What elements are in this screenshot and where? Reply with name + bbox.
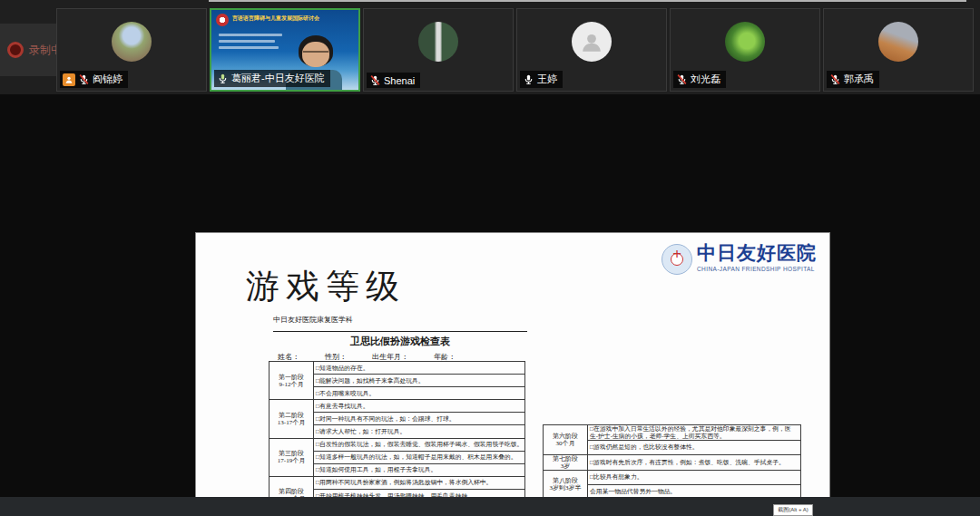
window-top-edge xyxy=(209,0,966,2)
mic-muted-icon xyxy=(78,73,90,85)
stage-label: 第六阶段 30个月 xyxy=(544,425,588,455)
checklist-item: □自发性的假装玩法，如，假装去睡觉、假装用杯子喝水、假装用筷子吃饭。 xyxy=(314,438,525,451)
name-tag: 刘光磊 xyxy=(673,71,726,88)
video-tile-liuguanglei[interactable]: 刘光磊 xyxy=(670,8,820,92)
avatar xyxy=(878,22,918,62)
checklist-item: □能解决问题，如找椅子来拿高处玩具。 xyxy=(314,375,525,387)
mic-muted-icon xyxy=(829,73,841,85)
hospital-emblem-icon xyxy=(662,244,692,275)
slide-text-line xyxy=(219,46,279,49)
checklist-row: 第七阶段 3岁□游戏时有先后次序，有连贯性，例如：煮饭、吃饭、洗碗、手拭桌子。 xyxy=(544,454,801,470)
role-badge-icon xyxy=(63,73,75,86)
mic-on-icon xyxy=(217,73,229,84)
checklist-row: 第二阶段 13-17个月□有意去寻找玩具。 xyxy=(270,400,525,413)
checklist-item: □知道物品的存在。 xyxy=(314,362,525,375)
video-tile-yanjinting[interactable]: 阎锦婷 xyxy=(56,8,207,92)
checklist-item: □在游戏中加入日常生活以外的经验，尤其是对他印象最深刻之事，例，医生-护士-生病… xyxy=(588,425,801,441)
checklist-table-left: 第一阶段 9-12个月□知道物品的存在。□能解决问题，如找椅子来拿高处玩具。□不… xyxy=(269,361,525,516)
checklist-row: 第三阶段 17-19个月□自发性的假装玩法，如，假装去睡觉、假装用杯子喝水、假装… xyxy=(270,438,525,451)
name-tag: 郭承禹 xyxy=(827,71,879,88)
video-tile-gelijun[interactable]: 言语语言障碍与儿童发展国际研讨会 葛丽君-中日友好医院 xyxy=(210,8,360,92)
recording-indicator: 录制中 xyxy=(0,24,56,76)
checklist-row: 第八阶段 3岁到3岁半□比较具有想象力。 xyxy=(544,470,801,484)
slide-text-line xyxy=(219,34,282,36)
checklist-item: □不会用嘴来咬玩具。 xyxy=(314,387,525,400)
record-dot-icon xyxy=(7,42,24,58)
participant-name: 刘光磊 xyxy=(691,73,720,86)
video-tile-shenai[interactable]: Shenai xyxy=(363,8,514,92)
slide-text-line xyxy=(219,40,275,43)
field-birth-label: 出生年月： xyxy=(372,353,408,361)
video-tile-guochengyu[interactable]: 郭承禹 xyxy=(823,8,974,92)
checklist-item: □对同一种玩具有不同的玩法，如：会踢球、打球。 xyxy=(314,413,525,425)
screenshot-tooltip-small: 截图(Alt + A) xyxy=(773,504,813,516)
stage-label: 第八阶段 3岁到3岁半 xyxy=(544,470,588,499)
participant-name: 阎锦婷 xyxy=(93,73,122,86)
stage-label: 第三阶段 17-19个月 xyxy=(270,438,314,476)
field-gender-label: 性别： xyxy=(325,353,347,361)
checklist-item: □有意去寻找玩具。 xyxy=(314,400,525,413)
hospital-name-cn: 中日友好医院 xyxy=(697,244,817,263)
checklist-item: □用两种不同玩具扮家家酒，例如将汤匙放锅中，将水倒入杯中。 xyxy=(314,476,525,489)
participant-tiles: 阎锦婷 言语语言障碍与儿童发展国际研讨会 葛丽君-中日友好医院 xyxy=(56,8,974,92)
shared-document-page: 游戏等级 中日友好医院 CHINA-JAPAN FRIENDSHIP HOSPI… xyxy=(195,232,830,516)
mic-on-icon xyxy=(523,73,534,85)
avatar-default xyxy=(572,22,612,62)
conference-logo-icon xyxy=(216,14,229,26)
video-strip: 录制中 阎锦婷 言语语言障碍与儿童发展国际研讨会 xyxy=(0,0,980,94)
checklist-item: □游戏仍然是短的，也比较没有整体性。 xyxy=(588,440,801,454)
mic-muted-icon xyxy=(676,73,688,85)
checklist-item: □比较具有想象力。 xyxy=(588,470,801,484)
avatar xyxy=(418,22,458,62)
checklist-item: □知道多样一般玩具的玩法，如，知道帽子是用来戴的、积木是用来叠的。 xyxy=(314,451,525,463)
person-icon xyxy=(580,30,603,54)
shared-screen-area: 游戏等级 中日友好医院 CHINA-JAPAN FRIENDSHIP HOSPI… xyxy=(0,94,980,516)
field-name-label: 姓名： xyxy=(278,353,299,361)
participant-name: Shenai xyxy=(384,75,415,86)
participant-name: 郭承禹 xyxy=(844,73,874,86)
video-tile-wangting[interactable]: 王婷 xyxy=(516,8,667,92)
form-title: 卫思比假扮游戏检查表 xyxy=(273,335,527,348)
name-tag: 葛丽君-中日友好医院 xyxy=(214,70,330,87)
checklist-row: 第六阶段 30个月□在游戏中加入日常生活以外的经验，尤其是对他印象最深刻之事，例… xyxy=(544,425,801,441)
stage-label: 第一阶段 9-12个月 xyxy=(270,362,314,400)
checklist-item: □知道如何使用工具，如，用棍子去拿玩具。 xyxy=(314,463,525,476)
page-title: 游戏等级 xyxy=(246,264,406,309)
name-tag: Shenai xyxy=(367,73,420,88)
stage-label: 第二阶段 13-17个月 xyxy=(270,400,314,438)
name-tag: 王婷 xyxy=(520,71,563,88)
avatar xyxy=(112,22,152,62)
name-tag: 阎锦婷 xyxy=(60,71,128,88)
hospital-logo: 中日友好医院 CHINA-JAPAN FRIENDSHIP HOSPITAL xyxy=(662,244,817,275)
participant-name: 葛丽君-中日友好医院 xyxy=(231,72,325,85)
checklist-item: □游戏时有先后次序，有连贯性，例如：煮饭、吃饭、洗碗、手拭桌子。 xyxy=(588,454,801,470)
checklist-row: 第四阶段 19-22个月□用两种不同玩具扮家家酒，例如将汤匙放锅中，将水倒入杯中… xyxy=(270,476,525,489)
hospital-name-en: CHINA-JAPAN FRIENDSHIP HOSPITAL xyxy=(697,266,817,272)
checklist-item: □请求大人帮忙，如：打开玩具。 xyxy=(314,425,525,438)
checklist-row: 第一阶段 9-12个月□知道物品的存在。 xyxy=(270,362,525,375)
participant-name: 王婷 xyxy=(537,73,557,86)
mic-muted-icon xyxy=(369,74,381,86)
field-age-label: 年龄： xyxy=(434,353,456,361)
department-line: 中日友好医院康复医学科 xyxy=(273,315,527,332)
avatar xyxy=(725,22,765,62)
stage-label: 第七阶段 3岁 xyxy=(544,454,588,470)
bottom-bar xyxy=(0,497,980,516)
slide-title: 言语语言障碍与儿童发展国际研讨会 xyxy=(232,15,357,23)
